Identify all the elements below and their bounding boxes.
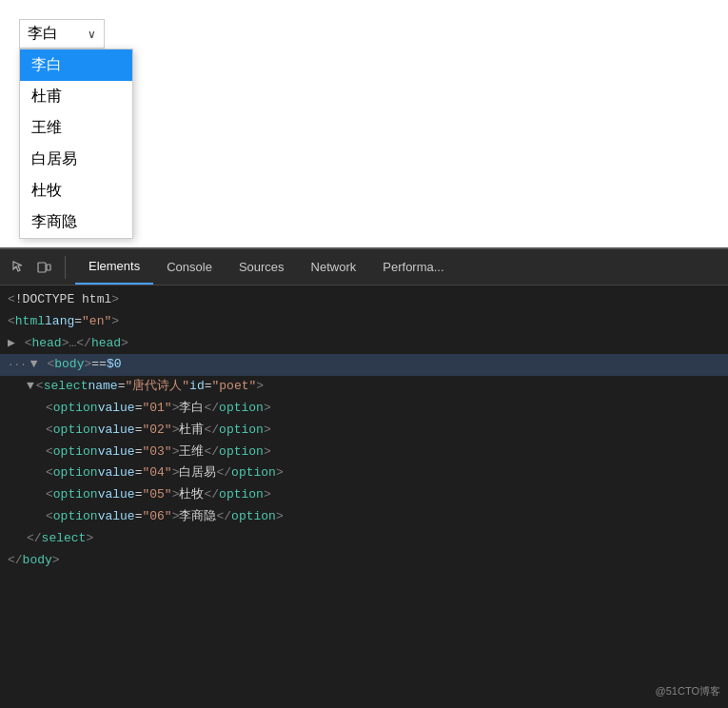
device-toggle-icon[interactable] (32, 256, 55, 279)
tab-elements[interactable]: Elements (75, 249, 153, 285)
select-container[interactable]: 李白 ∨ 李白杜甫王维白居易杜牧李商隐 (19, 19, 105, 49)
code-line: <option value="06">李商隐</option> (0, 506, 728, 528)
browser-page: 李白 ∨ 李白杜甫王维白居易杜牧李商隐 (0, 0, 728, 247)
code-line: <option value="04">白居易</option> (0, 462, 728, 484)
dropdown-list[interactable]: 李白杜甫王维白居易杜牧李商隐 (19, 49, 133, 239)
select-trigger[interactable]: 李白 ∨ (19, 19, 105, 49)
svg-rect-1 (47, 265, 50, 270)
tab-performance[interactable]: Performa... (369, 249, 457, 285)
code-line: <option value="02">杜甫</option> (0, 420, 728, 442)
devtools-tabs: ElementsConsoleSourcesNetworkPerforma... (75, 249, 458, 285)
code-line: ▼ <select name="唐代诗人" id="poet"> (0, 376, 728, 398)
code-line: </select> (0, 528, 728, 550)
dropdown-item[interactable]: 王维 (20, 112, 132, 144)
devtools-panel: ElementsConsoleSourcesNetworkPerforma...… (0, 247, 728, 708)
code-dots: ··· (8, 357, 27, 374)
inspect-element-icon[interactable] (8, 256, 30, 279)
chevron-down-icon: ∨ (88, 28, 96, 41)
code-line: <html lang="en"> (0, 311, 728, 333)
code-line: ···▼ <body> == $0 (0, 354, 728, 376)
watermark: @51CTO博客 (656, 683, 720, 700)
code-line: </body> (0, 550, 728, 572)
select-current-value: 李白 (28, 24, 58, 44)
tab-network[interactable]: Network (298, 249, 370, 285)
code-line: <option value="05">杜牧</option> (0, 484, 728, 506)
dropdown-item[interactable]: 李白 (20, 49, 132, 81)
code-line: <option value="01">李白</option> (0, 398, 728, 420)
devtools-toolbar: ElementsConsoleSourcesNetworkPerforma... (0, 249, 728, 285)
devtools-icon-group (8, 256, 66, 279)
tab-console[interactable]: Console (153, 249, 226, 285)
code-line: <!DOCTYPE html> (0, 289, 728, 311)
tab-sources[interactable]: Sources (226, 249, 298, 285)
code-line: ▶ <head>…</head> (0, 333, 728, 355)
dropdown-item[interactable]: 白居易 (20, 144, 132, 175)
code-line: <option value="03">王维</option> (0, 442, 728, 463)
dropdown-item[interactable]: 李商隐 (20, 206, 132, 238)
dropdown-item[interactable]: 杜牧 (20, 175, 132, 206)
svg-rect-0 (38, 263, 46, 272)
dropdown-item[interactable]: 杜甫 (20, 81, 132, 112)
devtools-code-content: <!DOCTYPE html><html lang="en">▶ <head>…… (0, 285, 728, 708)
